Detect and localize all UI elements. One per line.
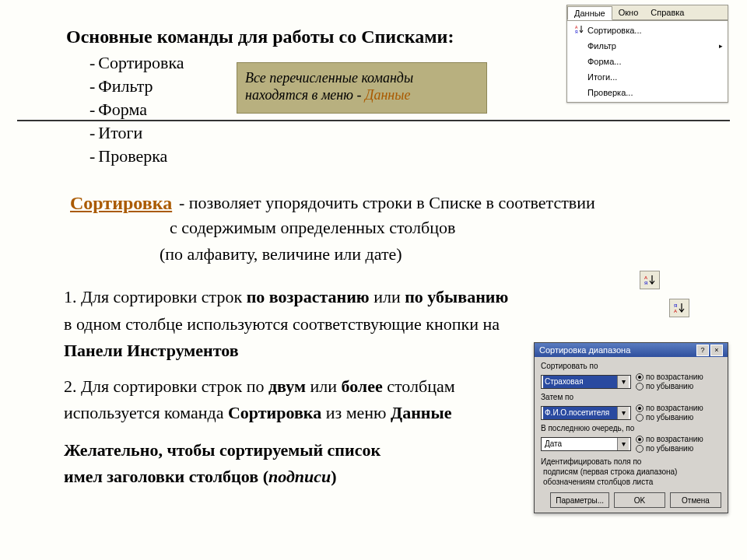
- svg-text:А: А: [674, 309, 677, 313]
- menu-item-form[interactable]: Форма...: [569, 54, 726, 69]
- cancel-button[interactable]: Отмена: [670, 492, 721, 508]
- divider: [17, 120, 730, 121]
- combo-sort-by[interactable]: Страховая ▾: [541, 375, 631, 389]
- params-button[interactable]: Параметры...: [550, 492, 609, 508]
- step-1-line-3: Панели Инструментов: [64, 338, 239, 364]
- menu-data[interactable]: Данные: [567, 6, 612, 20]
- step-2-line-1: 2. Для сортировки строк по двум или боле…: [64, 373, 455, 400]
- dialog-title-bar: Сортировка диапазона ? ×: [535, 343, 728, 357]
- data-dropdown: А Я Сортировка... Фильтр ▸ Форма... Итог…: [567, 20, 728, 102]
- ok-button[interactable]: OK: [614, 492, 665, 508]
- menu-help[interactable]: Справка: [644, 6, 690, 19]
- label-last-by: В последнюю очередь, по: [541, 424, 721, 432]
- menu-item-totals[interactable]: Итоги...: [569, 69, 726, 85]
- radio-desc-3[interactable]: по убыванию: [636, 444, 703, 453]
- menu-item-sort[interactable]: А Я Сортировка...: [569, 23, 726, 38]
- svg-text:Я: Я: [575, 30, 578, 34]
- combo-then-by[interactable]: Ф.И.О.посетителя ▾: [541, 406, 631, 420]
- close-button[interactable]: ×: [710, 345, 723, 356]
- label-sort-by: Сортировать по: [541, 362, 721, 370]
- step-1-line-2: в одном столбце используются соответству…: [64, 311, 500, 338]
- chevron-down-icon[interactable]: ▾: [617, 438, 629, 450]
- radio-ident-labels[interactable]: подписям (первая строка диапазона): [541, 467, 721, 476]
- radio-ident-columns[interactable]: обозначениям столбцов листа: [541, 478, 721, 486]
- page-title: Основные команды для работы со Списками:: [66, 26, 454, 47]
- chevron-right-icon: ▸: [715, 42, 723, 50]
- sort-asc-button[interactable]: А Я: [640, 271, 660, 289]
- menu-window[interactable]: Окно: [612, 6, 645, 19]
- label-identify: Идентифицировать поля по: [541, 457, 721, 466]
- bullet-filter: Фильтр: [98, 76, 153, 96]
- radio-asc-2[interactable]: по возрастанию: [636, 404, 703, 412]
- sort-heading: Сортировка: [70, 193, 172, 214]
- sort-desc-1: - позволяет упорядочить строки в Списке …: [179, 193, 595, 213]
- help-button[interactable]: ?: [696, 345, 709, 356]
- menu-item-validation[interactable]: Проверка...: [569, 85, 726, 100]
- note-highlight: Данные: [365, 87, 411, 103]
- chevron-down-icon[interactable]: ▾: [617, 407, 629, 419]
- menu-bar: Данные Окно Справка: [567, 5, 728, 20]
- radio-asc-3[interactable]: по возрастанию: [636, 435, 703, 443]
- sort-desc-2: с содержимым определенных столбцов: [170, 218, 455, 238]
- sort-desc-button[interactable]: Я А: [669, 299, 689, 317]
- label-then-by: Затем по: [541, 393, 721, 401]
- menu-note: Все перечисленные команды находятся в ме…: [237, 62, 487, 114]
- svg-text:Я: Я: [674, 303, 677, 308]
- step-1-line-1: 1. Для сортировки строк по возрастанию и…: [64, 284, 508, 310]
- bullet-totals: Итоги: [98, 123, 142, 142]
- step-2-line-2: используется команда Сортировка из меню …: [64, 400, 451, 426]
- note-line-1: Желательно, чтобы сортируемый список: [64, 437, 381, 464]
- command-bullets: -Сортировка -Фильтр -Форма -Итоги -Прове…: [89, 51, 184, 168]
- bullet-form: Форма: [98, 100, 147, 119]
- svg-text:А: А: [644, 275, 647, 280]
- radio-desc-1[interactable]: по убыванию: [636, 382, 703, 390]
- svg-text:Я: Я: [644, 281, 647, 285]
- combo-last-by[interactable]: Дата ▾: [541, 437, 631, 451]
- chevron-down-icon[interactable]: ▾: [617, 376, 629, 388]
- dialog-title: Сортировка диапазона: [539, 343, 630, 357]
- sort-dialog: Сортировка диапазона ? × Сортировать по …: [534, 342, 728, 513]
- bullet-sort: Сортировка: [98, 53, 184, 72]
- radio-asc-1[interactable]: по возрастанию: [636, 373, 703, 381]
- data-menu-screenshot: Данные Окно Справка А Я Сортировка... Фи…: [566, 5, 728, 103]
- menu-item-filter[interactable]: Фильтр ▸: [569, 38, 726, 54]
- note-line-2: имел заголовки столбцов (подписи): [64, 464, 337, 490]
- sort-desc-3: (по алфавиту, величине или дате): [160, 244, 402, 264]
- sort-icon: А Я: [572, 25, 587, 36]
- bullet-check: Проверка: [98, 146, 167, 166]
- radio-desc-2[interactable]: по убыванию: [636, 413, 703, 422]
